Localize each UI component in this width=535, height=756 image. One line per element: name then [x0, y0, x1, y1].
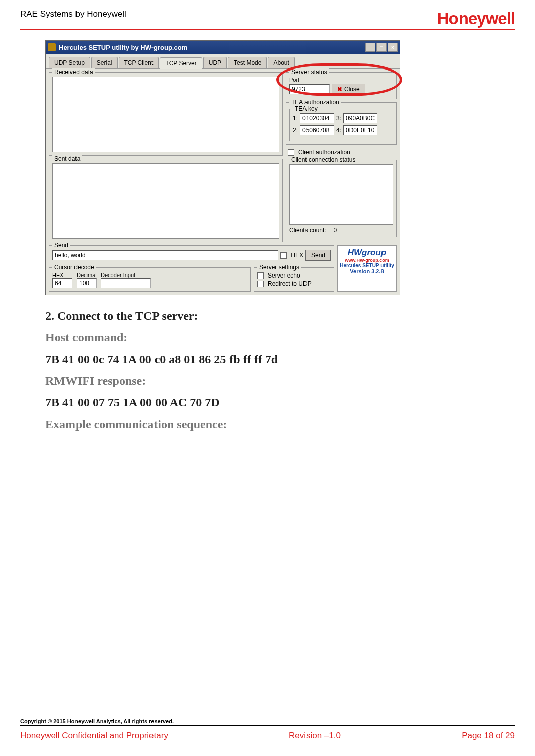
minimize-button[interactable]: _ — [365, 43, 375, 52]
received-data-label: Received data — [52, 68, 95, 76]
tab-test-mode[interactable]: Test Mode — [228, 57, 267, 68]
hwgroup-name: HWgroup — [340, 248, 394, 258]
rmwifi-response-value: 7B 41 00 07 75 1A 00 00 AC 70 7D — [45, 396, 515, 409]
decoder-input-label: Decoder Input — [101, 272, 151, 278]
client-auth-checkbox[interactable] — [288, 149, 294, 156]
port-label: Port — [289, 77, 393, 83]
rmwifi-response-label: RMWIFI response: — [45, 374, 515, 388]
maximize-button[interactable]: □ — [376, 43, 387, 52]
hwgroup-version: Version 3.2.8 — [340, 268, 394, 274]
tea-key-3[interactable] — [343, 113, 377, 123]
hex-field[interactable] — [52, 278, 72, 288]
window-title: Hercules SETUP utility by HW-group.com — [59, 44, 365, 51]
hex-checkbox[interactable] — [280, 252, 287, 259]
example-sequence-label: Example communication sequence: — [45, 418, 515, 431]
host-command-label: Host command: — [45, 331, 515, 345]
sent-data-box[interactable] — [52, 163, 279, 239]
close-button[interactable]: ✖Close — [332, 84, 365, 95]
clients-count-label: Clients count: — [289, 227, 326, 234]
dec-col-label: Decimal — [77, 272, 97, 278]
tab-udp[interactable]: UDP — [203, 57, 227, 68]
send-input[interactable] — [52, 250, 278, 260]
hwgroup-util: Hercules SETUP utility — [340, 263, 394, 268]
app-icon — [48, 43, 56, 51]
redirect-udp-label: Redirect to UDP — [268, 280, 312, 287]
sent-data-label: Sent data — [52, 155, 82, 162]
tab-tcp-client[interactable]: TCP Client — [119, 57, 159, 68]
dec-field[interactable] — [77, 278, 97, 288]
client-auth-label: Client authorization — [298, 149, 350, 156]
server-status-label: Server status — [289, 68, 329, 76]
step-heading: 2. Connect to the TCP server: — [45, 309, 515, 323]
send-button[interactable]: Send — [305, 250, 331, 261]
tab-about[interactable]: About — [268, 57, 294, 68]
tea-key-2[interactable] — [300, 125, 334, 135]
server-echo-label: Server echo — [268, 272, 300, 279]
tea-key-1[interactable] — [300, 113, 334, 123]
footer-center: Revision –1.0 — [289, 731, 341, 741]
hwgroup-link[interactable]: www.HW-group.com — [340, 258, 394, 263]
hwgroup-panel: HWgroup www.HW-group.com Hercules SETUP … — [337, 245, 397, 292]
server-echo-checkbox[interactable] — [257, 272, 264, 279]
tab-udp-setup[interactable]: UDP Setup — [49, 57, 90, 68]
server-settings-label: Server settings — [257, 264, 301, 271]
client-status-box — [289, 164, 393, 225]
hex-label: HEX — [291, 252, 303, 259]
tea-auth-label: TEA authorization — [289, 99, 341, 106]
copyright-text: Copyright © 2015 Honeywell Analytics, Al… — [20, 718, 515, 726]
footer-left: Honeywell Confidential and Proprietary — [20, 731, 168, 741]
received-data-box[interactable] — [52, 77, 279, 152]
host-command-value: 7B 41 00 0c 74 1A 00 c0 a8 01 86 25 fb f… — [45, 353, 515, 366]
tab-tcp-server[interactable]: TCP Server — [160, 57, 202, 69]
decoder-input-field[interactable] — [101, 278, 151, 288]
tea-key-label: TEA key — [293, 105, 320, 112]
port-input[interactable] — [289, 84, 330, 94]
redirect-udp-checkbox[interactable] — [257, 281, 264, 287]
header-company: RAE Systems by Honeywell — [20, 9, 126, 19]
close-window-button[interactable]: × — [388, 43, 398, 52]
send-label: Send — [52, 242, 70, 249]
honeywell-logo: Honeywell — [437, 9, 515, 28]
cursor-decode-label: Cursor decode — [52, 264, 96, 271]
hex-col-label: HEX — [52, 272, 72, 278]
client-conn-label: Client connection status — [289, 156, 357, 163]
close-icon: ✖ — [337, 86, 342, 93]
tea-key-4[interactable] — [343, 125, 377, 135]
footer-right: Page 18 of 29 — [462, 731, 515, 741]
hercules-window: Hercules SETUP utility by HW-group.com _… — [45, 40, 400, 295]
tab-serial[interactable]: Serial — [91, 57, 118, 68]
clients-count-value: 0 — [333, 227, 337, 234]
